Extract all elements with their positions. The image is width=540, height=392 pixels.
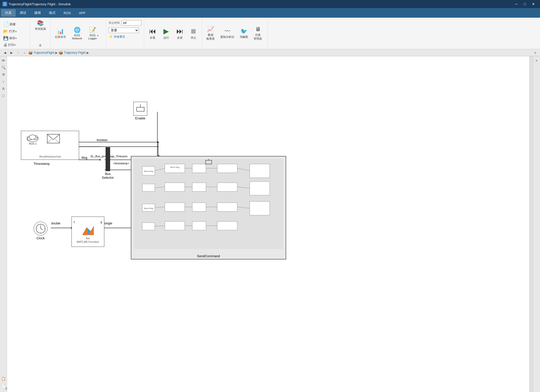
svg-rect-51 [250,201,270,215]
enable-label: Enable [135,116,145,120]
home-nav-button[interactable]: ⌂ [22,50,27,56]
step-forward-button[interactable]: ⏭ 步进 [174,26,186,41]
svg-line-55 [237,207,250,208]
svg-rect-31 [217,164,237,173]
menu-model[interactable]: 建模 [30,9,45,17]
up-nav-button[interactable]: ↑ [15,50,21,56]
clock-label: Clock [36,236,45,240]
ros-network-button[interactable]: 🌐 ROS Network [70,25,84,41]
record-signal-button[interactable]: 📊 记录信号 [53,27,68,40]
matlab-function-block[interactable]: t y fcn MATLAB Function [71,217,104,247]
step-back-button[interactable]: ⏮ 步退 [146,26,159,41]
toolbar-library-section: 📚 库浏览器 库 [30,19,51,48]
sidebar-arrow-tool[interactable]: ↕ [1,79,7,85]
menu-ros[interactable]: ROS [60,9,75,17]
toolbar: 📄 新建 📂 打开 ▾ 💾 保存 ▾ 🖨 [0,18,540,49]
library-browser-button[interactable]: 📚 库浏览器 [33,19,48,32]
sidebar-zoom-in-button[interactable]: 🔍 [1,64,7,70]
open-button[interactable]: 📂 打开 ▾ [2,28,18,35]
wire-label-double: double [51,222,60,225]
svg-line-45 [237,187,250,188]
wire-label-single: single [104,222,112,225]
menu-format[interactable]: 格式 [45,9,60,17]
wire-label-timestamp-signal: <timestamp> [113,162,129,165]
sim-mode-select[interactable]: 普通 加速 [109,28,139,33]
forward-nav-button[interactable]: ▶ [9,50,14,56]
svg-rect-59 [217,221,237,230]
save-button[interactable]: 💾 保存 ▾ [2,35,18,41]
wire-label-msg: Msg [82,156,87,160]
library-section-label: 库 [39,43,42,48]
svg-rect-37 [142,184,155,192]
svg-rect-17 [137,107,144,111]
breadcrumb-root[interactable]: TrajectoryFlight [34,51,54,55]
stop-button[interactable]: ⏹ 停止 [187,26,200,41]
sidebar-annotation-button[interactable]: □ [1,93,7,99]
svg-rect-41 [250,181,270,195]
run-button[interactable]: ▶ 运行 [160,26,173,41]
svg-rect-32 [250,164,270,178]
fast-restart-button[interactable]: ⚡ 快速重启 [109,35,141,39]
stop-time-input[interactable] [121,20,141,25]
sidebar-expand-button[interactable]: ≫ [1,57,7,63]
sidebar-fit-button[interactable]: ⊞ [1,71,7,77]
matlab-output-label: y [101,220,102,224]
svg-line-24 [47,139,52,143]
menu-debug[interactable]: 调试 [16,9,30,17]
svg-rect-50 [217,203,237,212]
sidebar-label-button[interactable]: A [1,86,7,92]
menubar: 仿真 调试 建模 格式 ROS APP [0,8,540,18]
matlab-fcn-label: fcn [86,237,90,240]
wire-label-boolean-top: boolean [97,138,108,142]
breadcrumb: 📦 TrajectoryFlight ▶ 📦 Trajectory Flight… [28,51,89,55]
collapse-panel-button[interactable]: ≡ [532,50,538,56]
enable-icon [133,102,147,116]
print-button[interactable]: 🖨 打印 ▾ [2,42,17,48]
vertical-scrollbar[interactable] [529,56,533,392]
timestamp-block[interactable]: ROS 2 /fmu/timesync/out [21,131,79,160]
titlebar-text: TrajectoryFlight/Trajectory Flight - Sim… [9,2,71,6]
bird-view-button[interactable]: 🐦 鸟瞰图 [237,27,250,40]
svg-line-42 [155,187,165,188]
titlebar: S TrajectoryFlight/Trajectory Flight - S… [0,0,540,8]
menu-simulate[interactable]: 仿真 [1,9,16,17]
sidebar-bottom-btn1[interactable]: 📋 [1,376,7,382]
bus-selector-block[interactable]: Bus Selector [102,147,114,179]
titlebar-controls: ─ □ ✕ [512,1,537,8]
svg-text:Block Msg: Block Msg [170,166,179,168]
addressbar-right: ≡ [532,50,538,56]
svg-line-25 [55,139,60,143]
svg-rect-49 [192,203,206,212]
maximize-button[interactable]: □ [521,1,529,8]
new-button[interactable]: 📄 新建 [2,21,17,28]
bus-selector-label: Bus Selector [102,172,114,179]
ros-logger-button[interactable]: 📝 ROS Logger ▾ [86,25,99,41]
breadcrumb-current[interactable]: Trajectory Flight [64,51,86,55]
svg-text:Block Msg: Block Msg [144,170,153,172]
close-button[interactable]: ✕ [529,1,537,8]
svg-line-67 [41,229,43,230]
enable-block[interactable]: Enable [133,102,147,120]
app-icon: S [3,2,7,6]
clock-block[interactable]: Clock [34,222,47,240]
svg-line-52 [155,207,165,208]
menu-app[interactable]: APP [75,9,89,17]
send-command-block[interactable]: Block Msg Block Msg [131,156,286,259]
svg-point-22 [29,135,36,139]
minimize-button[interactable]: ─ [512,1,520,8]
back-nav-button[interactable]: ◀ [2,50,8,56]
svg-rect-56 [142,223,155,230]
svg-text:Block Msg: Block Msg [144,207,153,210]
sim-manager-button[interactable]: 🖥 仿真 管理器 [251,25,264,42]
sendcmd-label: SendCommand [131,254,286,258]
logic-analyzer-button[interactable]: 〰 逻辑分析仪 [218,27,236,40]
right-collapse-button[interactable]: » [534,57,540,63]
right-panel: » [533,56,540,392]
svg-rect-28 [165,164,185,173]
data-inspector-button[interactable]: 📈 数据 检查器 [204,25,217,42]
canvas-area[interactable]: boolean Msg IsNew SL_Bus_px4_msgs_Timesy… [7,56,533,392]
clock-body [34,222,47,236]
svg-line-33 [155,168,165,171]
stop-time-label: 停止时间 [109,21,120,25]
left-sidebar: ≫ 🔍 ⊞ ↕ A □ 📋 📄 « [0,56,7,392]
